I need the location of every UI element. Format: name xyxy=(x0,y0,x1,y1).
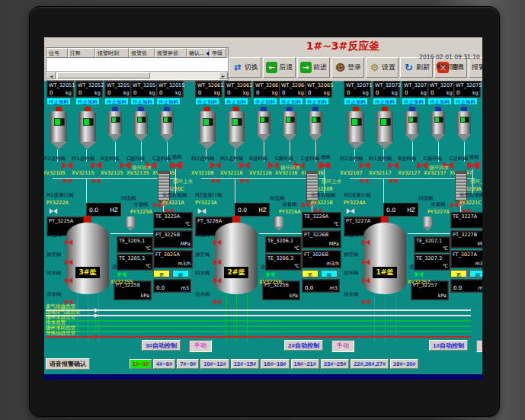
scroll-right-button[interactable]: ► xyxy=(219,72,228,79)
stop-feed-button[interactable]: 停止加料 xyxy=(453,98,478,105)
three-way-valve[interactable] xyxy=(319,162,329,169)
stop-feed-button[interactable]: 停止加料 xyxy=(195,98,219,105)
tank-weight-display: WT_320730kg xyxy=(402,81,429,98)
tank-weight-unit: kg xyxy=(272,90,278,96)
alarm-horizontal-scrollbar[interactable]: ◄ ► xyxy=(46,71,228,79)
toolbar-button-label: 切换 xyxy=(245,63,258,72)
stop-feed-button[interactable]: 停止加料 xyxy=(224,98,248,105)
totalizer-instant-button[interactable]: 瞬时 xyxy=(469,270,482,277)
reactor-group-tab[interactable]: 1#~3# xyxy=(130,359,152,369)
pipe-flow-arrow xyxy=(94,324,99,329)
valve-tag: XV32117 xyxy=(369,170,392,176)
tank-weight-unit: kg xyxy=(214,90,220,96)
feed-valve[interactable] xyxy=(388,162,399,169)
instrument-tag: PT_3225B xyxy=(155,232,180,238)
tank-body xyxy=(199,111,216,142)
stop-feed-button[interactable]: 停止加料 xyxy=(427,98,452,105)
toolbar-button-4[interactable]: ☻登录 xyxy=(331,57,364,78)
tank-weight-display: WT_320720kg xyxy=(373,81,400,98)
reactor-group-tab[interactable]: 28#~30# xyxy=(390,359,418,369)
three-way-valve[interactable] xyxy=(170,162,181,169)
flow-metering-valve[interactable] xyxy=(198,208,206,214)
reactor-valve[interactable] xyxy=(362,277,370,284)
reactor-group-tab[interactable]: 19#~21# xyxy=(291,359,319,369)
auto-control-button[interactable]: 1#自动控制 xyxy=(429,340,468,351)
voice-alarm-ack-button[interactable]: 语音报警确认 xyxy=(46,358,90,370)
refresh-icon: ↻ xyxy=(403,62,415,73)
three-way-valve[interactable] xyxy=(467,162,478,169)
reactor-valve[interactable] xyxy=(362,239,370,245)
reactor-valve-tag: XV32257 xyxy=(408,279,431,285)
stop-feed-button[interactable]: 停止加料 xyxy=(279,98,303,105)
tank-level-bar xyxy=(312,117,317,122)
instrument-tag: PT_3226B xyxy=(304,232,328,238)
stop-feed-button[interactable]: 停止加料 xyxy=(104,98,129,105)
reactor-valve[interactable] xyxy=(213,239,222,245)
reactor-group-tab[interactable]: 16#~18# xyxy=(261,359,289,369)
stop-feed-button[interactable]: 停止加料 xyxy=(46,98,71,105)
stop-feed-button[interactable]: 停止加料 xyxy=(253,98,277,105)
flow-metering-valve[interactable] xyxy=(50,208,58,214)
reactor-vessel: 1#釜 xyxy=(363,216,406,294)
reactor-valve[interactable] xyxy=(65,239,73,245)
totalizer-instant-button[interactable]: 瞬时 xyxy=(172,270,189,277)
condenser-valve[interactable] xyxy=(302,202,310,208)
reactor-valve[interactable] xyxy=(213,259,222,265)
instrument-display: FT_3025Am3/h xyxy=(153,250,193,268)
reactor-valve[interactable] xyxy=(362,299,370,305)
feed-valve[interactable] xyxy=(239,162,250,169)
stop-feed-button[interactable]: 停止加料 xyxy=(402,98,426,105)
feed-valve[interactable] xyxy=(210,162,221,169)
reactor-group-tab[interactable]: 7#~9# xyxy=(177,359,199,369)
reactor-dome xyxy=(66,223,109,236)
reactor-valve[interactable] xyxy=(213,277,222,284)
tank-weight-tag: WT_32062 xyxy=(226,82,252,88)
reactor-group-tab[interactable]: 10#~12# xyxy=(200,359,229,369)
auto-control-button[interactable]: 3#自动控制 xyxy=(142,340,181,351)
toolbar-button-2[interactable]: ←后退 xyxy=(263,57,296,78)
reactor-group-tab[interactable]: 22#,26#,27# xyxy=(351,359,389,369)
auto-control-button[interactable]: 2#自动控制 xyxy=(284,340,323,351)
totalizer-instant-button[interactable]: 瞬时 xyxy=(321,270,338,277)
condenser-valve[interactable] xyxy=(153,202,162,208)
condenser-valve-name: 冷凝阀 xyxy=(431,201,446,208)
instrument-tag: TE_3225A xyxy=(155,213,180,220)
feed-valve[interactable] xyxy=(120,162,130,169)
stop-feed-button[interactable]: 停止加料 xyxy=(373,98,397,105)
stop-feed-button[interactable]: 停止加料 xyxy=(130,98,155,105)
feed-valve[interactable] xyxy=(417,162,427,169)
reactor-valve[interactable] xyxy=(415,271,424,277)
reactor-group-tab[interactable]: 13#~15# xyxy=(231,359,259,369)
reactor-valve[interactable] xyxy=(362,259,370,265)
feed-tank xyxy=(160,107,174,142)
tank-cone xyxy=(405,134,419,142)
feed-valve[interactable] xyxy=(268,162,279,169)
toolbar-button-5[interactable]: ⚙设置 xyxy=(366,57,399,78)
totalizer-total-button[interactable]: 累计 xyxy=(153,270,170,277)
reactor-valve[interactable] xyxy=(267,271,275,277)
condenser-valve[interactable] xyxy=(450,202,459,208)
feed-valve[interactable] xyxy=(62,162,72,169)
totalizer-total-button[interactable]: 累计 xyxy=(450,270,467,277)
feed-valve[interactable] xyxy=(359,162,370,169)
reactor-group-tab[interactable]: 23#~25# xyxy=(321,359,349,369)
scroll-left-button[interactable]: ◄ xyxy=(46,72,56,79)
reactor-valve[interactable] xyxy=(65,277,73,284)
flow-metering-valve[interactable] xyxy=(347,208,355,214)
reactor-valve[interactable] xyxy=(65,259,73,265)
toolbar-button-1[interactable]: ⇄切换 xyxy=(229,57,261,78)
scrollbar-thumb[interactable] xyxy=(57,72,150,79)
instrument-unit: ℃ xyxy=(294,245,299,252)
reactor-group-tab[interactable]: 4#~6# xyxy=(153,359,175,369)
stop-feed-button[interactable]: 停止加料 xyxy=(75,98,100,105)
stop-feed-button[interactable]: 停止加料 xyxy=(156,98,181,105)
totalizer-total-button[interactable]: 累计 xyxy=(302,270,319,277)
stop-feed-button[interactable]: 停止加料 xyxy=(305,98,329,105)
reactor-valve[interactable] xyxy=(118,271,126,277)
toolbar-button-3[interactable]: →前进 xyxy=(297,57,330,78)
stop-feed-button[interactable]: 停止加料 xyxy=(344,98,368,105)
tank-weight-tag: WT_32072 xyxy=(375,82,401,88)
feed-valve[interactable] xyxy=(91,162,101,169)
totalizer-display: 0.0m3 xyxy=(450,279,482,293)
reactor-valve[interactable] xyxy=(213,299,222,305)
